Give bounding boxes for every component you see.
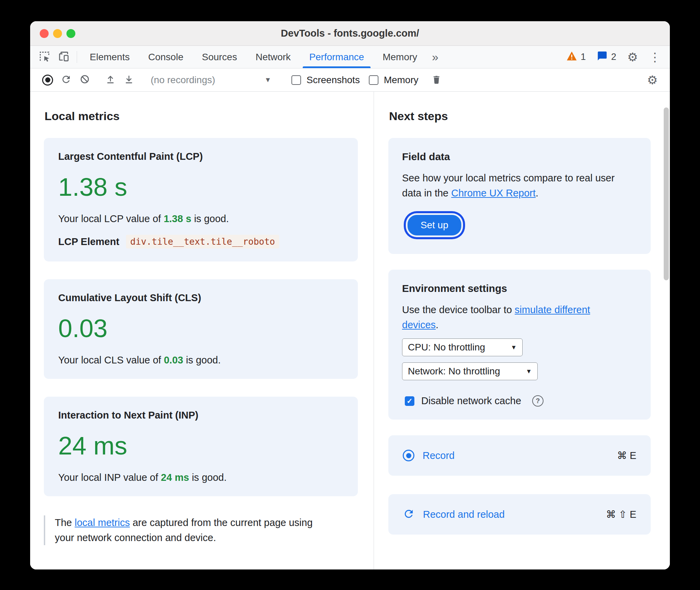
save-profile-button[interactable] (120, 71, 138, 89)
tab-label: Performance (309, 52, 364, 63)
disable-network-cache-label: Disable network cache (421, 395, 521, 407)
close-window-button[interactable] (40, 29, 49, 38)
issues-count: 2 (611, 52, 616, 62)
warning-icon (566, 51, 577, 63)
block-icon (79, 74, 90, 86)
lcp-desc-value: 1.38 s (164, 213, 191, 224)
warning-count: 1 (581, 52, 586, 62)
cls-desc-value: 0.03 (164, 355, 183, 365)
tab-label: Console (148, 52, 184, 63)
recordings-dropdown-value: (no recordings) (151, 75, 215, 86)
chevron-double-right-icon: » (432, 50, 438, 64)
tab-label: Elements (90, 52, 130, 63)
divider (77, 51, 77, 63)
device-toolbar-button[interactable] (54, 46, 73, 68)
record-and-reload-action-button[interactable]: Record and reload ⌘ ⇧ E (388, 494, 651, 535)
load-profile-button[interactable] (101, 71, 120, 89)
network-throttling-select[interactable]: Network: No throttling ▼ (402, 362, 538, 380)
main-menu-button[interactable]: ⋮ (649, 51, 661, 63)
record-and-reload-toolbar-button[interactable] (57, 71, 75, 89)
settings-button[interactable]: ⚙ (627, 51, 638, 63)
disable-network-cache-row[interactable]: ✓ Disable network cache ? (402, 395, 637, 407)
tab-network[interactable]: Network (246, 46, 300, 68)
inspect-cursor-icon (39, 51, 50, 64)
trash-icon (432, 74, 441, 86)
cls-description: Your local CLS value of 0.03 is good. (58, 355, 343, 366)
help-icon[interactable]: ? (532, 395, 543, 407)
env-desc-suffix: . (436, 319, 438, 330)
download-icon (124, 74, 134, 86)
lcp-metric-card: Largest Contentful Paint (LCP) 1.38 s Yo… (44, 138, 358, 261)
lcp-element-label: LCP Element (58, 236, 119, 247)
tabbar-right-controls: 1 2 ⚙ ⋮ (566, 46, 661, 68)
tab-performance[interactable]: Performance (300, 46, 373, 68)
network-throttling-value: Network: No throttling (408, 366, 500, 377)
record-button[interactable] (38, 71, 57, 89)
chevron-down-icon: ▼ (511, 344, 517, 351)
inp-value: 24 ms (58, 431, 343, 460)
issues-bubble-icon (597, 51, 608, 64)
performance-toolbar: (no recordings) ▼ Screenshots Memory ⚙ (30, 68, 670, 92)
set-up-button[interactable]: Set up (408, 215, 461, 235)
warnings-badge[interactable]: 1 (566, 51, 586, 63)
tab-label: Sources (202, 52, 237, 63)
tab-elements[interactable]: Elements (80, 46, 139, 68)
reload-icon (403, 508, 415, 521)
inp-card-title: Interaction to Next Paint (INP) (58, 410, 343, 421)
field-data-description: See how your local metrics compare to re… (402, 171, 621, 201)
performance-panel-content: Local metrics Largest Contentful Paint (… (30, 92, 670, 569)
gear-icon: ⚙ (647, 74, 658, 86)
local-metrics-note: The local metrics are captured from the … (44, 515, 332, 545)
screenshots-checkbox[interactable] (291, 75, 301, 85)
window-controls (40, 21, 75, 46)
lcp-desc-suffix: is good. (191, 213, 229, 224)
zoom-window-button[interactable] (66, 29, 75, 38)
local-metrics-link[interactable]: local metrics (75, 517, 130, 528)
memory-checkbox[interactable] (369, 75, 378, 85)
next-steps-column: Next steps Field data See how your local… (374, 92, 670, 569)
environment-settings-card: Environment settings Use the device tool… (388, 270, 651, 420)
field-data-card: Field data See how your local metrics co… (388, 138, 651, 254)
recordings-dropdown[interactable]: (no recordings) ▼ (145, 75, 275, 86)
tab-label: Memory (383, 52, 417, 63)
record-action-label: Record (423, 450, 455, 461)
device-toolbar-icon (58, 51, 70, 64)
chevron-down-icon: ▼ (264, 76, 271, 84)
lcp-card-title: Largest Contentful Paint (LCP) (58, 151, 343, 162)
cpu-throttling-select[interactable]: CPU: No throttling ▼ (402, 338, 523, 356)
inp-description: Your local INP value of 24 ms is good. (58, 472, 343, 483)
record-and-reload-shortcut: ⌘ ⇧ E (606, 509, 636, 520)
lcp-element-link[interactable]: div.tile__text.tile__roboto (126, 235, 279, 248)
devtools-tabbar: Elements Console Sources Network Perform… (30, 46, 670, 68)
more-tabs-button[interactable]: » (426, 46, 444, 68)
cls-value: 0.03 (58, 314, 343, 343)
tab-console[interactable]: Console (139, 46, 193, 68)
memory-label: Memory (384, 75, 418, 86)
tab-label: Network (255, 52, 291, 63)
issues-badge[interactable]: 2 (597, 51, 616, 64)
collect-garbage-button[interactable] (427, 71, 446, 89)
record-radio-icon (403, 450, 414, 461)
clear-recordings-button[interactable] (75, 71, 94, 89)
env-desc-prefix: Use the device toolbar to (402, 304, 515, 315)
cls-card-title: Cumulative Layout Shift (CLS) (58, 292, 343, 304)
capture-settings-button[interactable]: ⚙ (643, 71, 662, 89)
scrollbar-thumb[interactable] (664, 107, 669, 280)
chrome-ux-report-link[interactable]: Chrome UX Report (451, 188, 536, 198)
note-prefix: The (55, 517, 75, 528)
tab-memory[interactable]: Memory (373, 46, 426, 68)
record-action-button[interactable]: Record ⌘ E (388, 435, 651, 476)
tab-sources[interactable]: Sources (192, 46, 246, 68)
lcp-desc-prefix: Your local LCP value of (58, 213, 164, 224)
record-and-reload-label: Record and reload (423, 509, 505, 520)
devtools-window: DevTools - fonts.google.com/ Elements (30, 21, 670, 569)
vertical-scrollbar[interactable] (664, 93, 669, 568)
minimize-window-button[interactable] (53, 29, 62, 38)
disable-network-cache-checkbox[interactable]: ✓ (405, 396, 414, 406)
cls-desc-prefix: Your local CLS value of (58, 355, 164, 365)
screenshots-checkbox-row[interactable]: Screenshots (291, 75, 360, 86)
inspect-element-button[interactable] (35, 46, 54, 68)
memory-checkbox-row[interactable]: Memory (369, 75, 418, 86)
gear-icon: ⚙ (627, 50, 638, 64)
screenshots-label: Screenshots (307, 75, 360, 86)
